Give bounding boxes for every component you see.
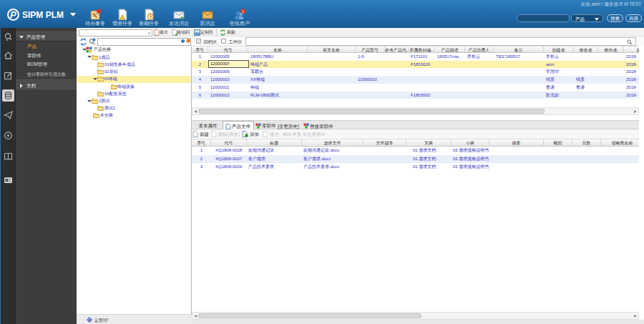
- svg-text:1: 1: [242, 9, 244, 14]
